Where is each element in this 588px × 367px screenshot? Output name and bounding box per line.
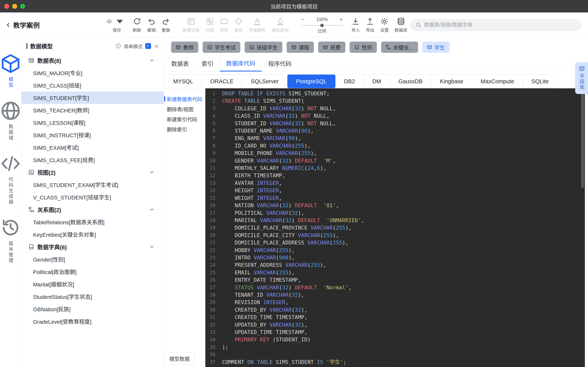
- tab-数据库代码[interactable]: 数据库代码: [220, 55, 262, 71]
- collapse-sidebar-button[interactable]: «: [155, 42, 158, 50]
- tree-item[interactable]: SIMS_CLASS_FEE[班费]: [21, 154, 164, 166]
- dropdown-caret-icon[interactable]: [112, 14, 127, 28]
- info-icon[interactable]: [116, 43, 121, 49]
- toolbar-button-redo[interactable]: 重做: [159, 16, 173, 34]
- dialect-tab-sqlite[interactable]: SQLite: [523, 75, 557, 88]
- dialect-tab-db2[interactable]: DB2: [335, 75, 363, 88]
- chevron-down-icon[interactable]: [149, 207, 155, 212]
- toolbar-button-undo[interactable]: 撤销: [144, 16, 159, 34]
- code-line: 14 HEIGHT INTEGER,: [205, 187, 585, 194]
- rail-item-model-cube[interactable]: 模型: [0, 53, 21, 88]
- code-editor[interactable]: 1DROP TABLE IF EXISTS SIMS_STUDENT;2CREA…: [205, 88, 585, 367]
- code-nav-item[interactable]: 新建数据表代码: [164, 94, 205, 104]
- tree-item[interactable]: GBNation[民族]: [21, 303, 164, 315]
- fullscreen-button[interactable]: +: [20, 4, 25, 9]
- tree-item[interactable]: V_CLASS_STUDENT[班级学生]: [21, 191, 164, 203]
- sidebar-header: 数据模型 简单模式 ✓ «: [21, 38, 164, 54]
- toolbar-button-new-table[interactable]: 新建空表: [180, 16, 203, 34]
- tab-程序代码[interactable]: 程序代码: [262, 55, 298, 71]
- dialect-tab-dm[interactable]: DM: [364, 75, 390, 88]
- toolbar-button-font-color[interactable]: 字体颜色: [246, 16, 269, 34]
- zoom-in-button[interactable]: +: [339, 17, 343, 23]
- dialect-tab-postgresql[interactable]: PostgreSQL: [287, 75, 335, 88]
- toolbar-button-import[interactable]: 导入: [348, 16, 363, 34]
- toolbar-button-diamond[interactable]: 菱形: [231, 16, 246, 34]
- line-number: 3: [205, 105, 222, 112]
- close-button[interactable]: ×: [4, 4, 9, 9]
- entity-chip[interactable]: 班费: [318, 42, 345, 53]
- toolbar-button-rect[interactable]: 矩形: [217, 16, 231, 34]
- tree-section-3[interactable]: 数据字典(6): [21, 241, 164, 253]
- dialect-tab-oracle[interactable]: ORACLE: [202, 75, 242, 88]
- tree-item[interactable]: SMIS_STUDENT_EXAM[学生考试]: [21, 178, 164, 191]
- tree-item[interactable]: Marital[婚姻状况]: [21, 278, 164, 290]
- back-button[interactable]: ‹: [7, 20, 10, 29]
- code-line: 1DROP TABLE IF EXISTS SIMS_STUDENT;: [205, 90, 585, 97]
- minimize-button[interactable]: −: [12, 4, 17, 9]
- dialect-tab-gaussdb[interactable]: GaussDB: [390, 75, 431, 88]
- dialect-tab-mysql[interactable]: MYSQL: [165, 75, 202, 88]
- search-input[interactable]: [424, 22, 576, 28]
- toolbar-button-database[interactable]: 数据库: [392, 16, 410, 34]
- entity-chip[interactable]: 性别: [350, 42, 377, 53]
- tab-数据表[interactable]: 数据表: [165, 55, 195, 71]
- tree-item[interactable]: SIMS_EXAM[考试]: [21, 141, 164, 154]
- zoom-slider[interactable]: [301, 25, 343, 26]
- entity-chip[interactable]: 学生考试: [203, 42, 240, 53]
- zoom-out-button[interactable]: −: [301, 17, 305, 23]
- dialect-tab-sqlserver[interactable]: SQLServer: [242, 75, 287, 88]
- tree-item[interactable]: SIMS_INSTRUCT[授课]: [21, 129, 164, 141]
- toolbar-button-fill-color[interactable]: 填充颜色: [269, 16, 292, 34]
- entity-chip[interactable]: 教师: [171, 42, 198, 53]
- tree-item[interactable]: SIMS_STUDENT[学生]: [21, 92, 164, 104]
- settings-icon: [380, 17, 389, 25]
- toolbar-button-settings[interactable]: 设置: [377, 16, 392, 34]
- entity-chip[interactable]: 关键业...: [381, 42, 418, 53]
- tree-section-2[interactable]: 关系图(2): [21, 203, 164, 216]
- rail-item-version[interactable]: 版本管理: [0, 217, 21, 264]
- dialect-tab-maxcompute[interactable]: MaxCompute: [472, 75, 523, 88]
- simple-mode-checkbox[interactable]: ✓: [145, 43, 151, 49]
- entity-chip-label: 课程: [299, 43, 309, 51]
- toolbar-button-refresh[interactable]: 刷新: [130, 16, 144, 34]
- rail-item-code-gen[interactable]: 代码生成器: [0, 153, 21, 205]
- tree-section-0[interactable]: 数据表(8): [21, 54, 164, 67]
- toolbar-button-export[interactable]: 导出: [363, 16, 377, 34]
- tree-item[interactable]: SIMS_MAJOR[专业]: [21, 67, 164, 79]
- editor-scrollbar[interactable]: [581, 91, 584, 188]
- tree-item[interactable]: SIMS_LESSON[课程]: [21, 116, 164, 129]
- code-text: UPDATED_BY VARCHAR(32),: [222, 321, 307, 329]
- tree-item[interactable]: TableRelations[数据表关系图]: [21, 216, 164, 228]
- chevron-down-icon[interactable]: [149, 244, 155, 250]
- tree-item[interactable]: GradeLevel[受教育程度]: [21, 315, 164, 328]
- code-line: 8 ID_CARD_NO VARCHAR(255),: [205, 142, 585, 150]
- tree-item[interactable]: Political[政治面貌]: [21, 266, 164, 278]
- code-nav-item[interactable]: 删除表/视图: [164, 104, 205, 114]
- entity-chip[interactable]: 学生: [422, 42, 450, 53]
- toolbar-buttons-main: 保存刷新撤销重做: [104, 16, 173, 34]
- model-data-button[interactable]: 模型数据: [164, 352, 195, 365]
- rail-item-label: 版本管理: [7, 241, 14, 264]
- field-library-button[interactable]: 字段库: [575, 62, 588, 94]
- zoom-slider-thumb[interactable]: [320, 24, 324, 27]
- search-box[interactable]: [410, 19, 581, 31]
- code-nav-item[interactable]: 新建索引代码: [164, 114, 205, 124]
- tree-item[interactable]: StudentStatus[学生状态]: [21, 290, 164, 303]
- tree-section-1[interactable]: 视图(2): [21, 166, 164, 178]
- rail-item-globe[interactable]: 数据域: [0, 100, 21, 141]
- code-line: 22 HOBBY VARCHAR(255),: [205, 247, 585, 254]
- toolbar-button-cloud-save[interactable]: 保存: [104, 16, 130, 34]
- chevron-down-icon[interactable]: [149, 169, 155, 175]
- chevron-down-icon[interactable]: [149, 58, 155, 63]
- entity-chip[interactable]: 班级学生: [245, 42, 282, 53]
- tree-item[interactable]: Gender[性别]: [21, 253, 164, 266]
- dialect-tab-kingbase[interactable]: Kingbase: [431, 75, 472, 88]
- tree-item[interactable]: KeyEntities[关键业务对象]: [21, 228, 164, 241]
- tree-section-label: 视图(2): [37, 168, 55, 176]
- tab-索引[interactable]: 索引: [195, 55, 220, 71]
- entity-chip[interactable]: 课程: [287, 42, 314, 53]
- tree-item[interactable]: SIMS_CLASS[班级]: [21, 79, 164, 92]
- toolbar-button-group[interactable]: 分组: [203, 16, 217, 34]
- code-nav-item[interactable]: 删除索引: [164, 124, 205, 134]
- tree-item[interactable]: SIMS_TEACHER[教师]: [21, 104, 164, 116]
